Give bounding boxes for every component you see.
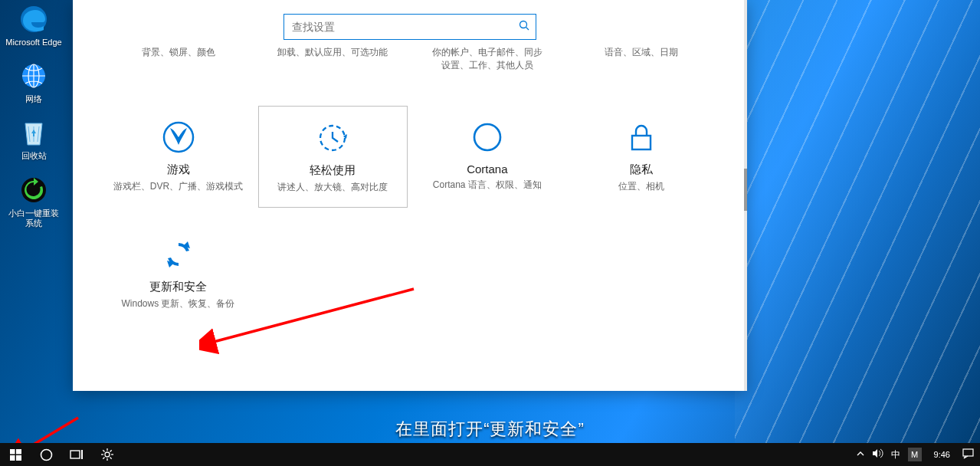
settings-tile-personalization[interactable]: 背景、锁屏、颜色 [103,46,253,83]
svg-line-27 [110,450,112,451]
svg-rect-14 [10,455,15,461]
desktop-icon-label: 小白一键重装系统 [5,208,63,228]
speaker-icon [872,448,883,458]
svg-rect-17 [70,451,80,458]
gear-icon [101,448,113,461]
chevron-up-icon [857,450,864,458]
desktop-icon-edge[interactable]: Microsoft Edge [5,3,63,48]
tile-desc: 讲述人、放大镜、高对比度 [277,181,388,194]
notification-icon [962,448,974,459]
tile-desc: 语音、区域、日期 [605,46,678,59]
tile-title: 更新和安全 [149,280,207,294]
settings-tile-apps[interactable]: 卸载、默认应用、可选功能 [258,46,408,83]
tile-title: 隐私 [630,162,653,177]
settings-window: 背景、锁屏、颜色 卸载、默认应用、可选功能 你的帐户、电子邮件、同步设置、工作、… [73,0,747,391]
tile-desc: 游戏栏、DVR、广播、游戏模式 [113,180,243,193]
desktop-icon-network[interactable]: 网络 [5,60,63,104]
tray-clock[interactable]: 9:46 [929,450,955,459]
desktop-icon-xiaobai[interactable]: 小白一键重装系统 [5,174,63,228]
settings-tile-time-language[interactable]: 语音、区域、日期 [567,46,716,83]
svg-rect-15 [16,455,21,461]
xbox-icon [161,120,196,155]
search-input[interactable] [292,21,528,33]
svg-line-25 [110,458,112,459]
edge-icon [18,3,50,35]
recycle-bin-icon [18,116,50,149]
reinstall-app-icon [18,174,50,206]
svg-line-24 [103,450,104,451]
tray-overflow-button[interactable] [857,449,864,460]
settings-search-box[interactable] [284,14,536,40]
tile-title: Cortana [467,162,507,176]
desktop-icon-recycle-bin[interactable]: 回收站 [5,116,63,161]
tile-desc: Windows 更新、恢复、备份 [121,297,234,310]
tray-ime-mode[interactable]: M [908,448,922,461]
svg-rect-12 [10,449,15,455]
search-icon [519,20,529,34]
settings-scrollbar-thumb[interactable] [744,169,747,211]
cortana-ring-icon [40,448,53,461]
tray-ime-language[interactable]: 中 [891,448,900,461]
task-view-button[interactable] [61,443,92,466]
svg-line-26 [103,458,104,459]
settings-row-partial: 背景、锁屏、颜色 卸载、默认应用、可选功能 你的帐户、电子邮件、同步设置、工作、… [103,46,716,83]
svg-rect-18 [81,450,83,459]
desktop-icon-label: 网络 [25,94,42,104]
network-icon [18,60,50,92]
settings-tile-update-security[interactable]: 更新和安全 Windows 更新、恢复、备份 [103,223,253,324]
settings-tile-gaming[interactable]: 游戏 游戏栏、DVR、广播、游戏模式 [103,106,253,208]
start-button[interactable] [0,443,31,466]
tile-desc: 位置、相机 [618,180,664,193]
desktop-icons-column: Microsoft Edge 网络 回收站 小白一键重装系统 [5,3,63,228]
settings-tile-ease-of-access[interactable]: 轻松使用 讲述人、放大镜、高对比度 [258,106,408,208]
windows-logo-icon [10,449,21,461]
tile-desc: Cortana 语言、权限、通知 [433,179,542,192]
svg-point-4 [520,21,527,28]
cortana-taskbar-button[interactable] [31,443,61,466]
tile-desc: 卸载、默认应用、可选功能 [277,46,388,59]
ease-of-access-icon [315,120,350,156]
settings-tile-accounts[interactable]: 你的帐户、电子邮件、同步设置、工作、其他人员 [412,46,562,83]
desktop-icon-label: 回收站 [21,151,47,161]
tutorial-caption: 在里面打开“更新和安全” [395,415,585,443]
svg-point-19 [105,452,110,457]
settings-tile-cortana[interactable]: Cortana Cortana 语言、权限、通知 [412,106,562,208]
system-tray: 中 M 9:46 [857,443,980,466]
svg-line-5 [526,28,529,31]
settings-tile-privacy[interactable]: 隐私 位置、相机 [567,106,716,208]
update-icon [161,237,196,272]
lock-icon [624,120,659,155]
tile-title: 游戏 [167,162,190,177]
tile-desc: 背景、锁屏、颜色 [142,46,215,59]
tray-volume-button[interactable] [872,448,883,461]
cortana-icon [470,120,505,155]
svg-rect-13 [16,449,21,455]
svg-point-8 [474,124,500,150]
svg-point-16 [41,449,51,460]
task-view-icon [70,449,84,460]
desktop-icon-label: Microsoft Edge [5,38,61,48]
tile-desc: 你的帐户、电子邮件、同步设置、工作、其他人员 [432,46,542,72]
svg-rect-28 [963,449,973,456]
taskbar: 中 M 9:46 [0,443,980,466]
tray-action-center-button[interactable] [962,448,974,461]
svg-rect-9 [632,136,651,149]
tile-title: 轻松使用 [310,163,356,178]
taskbar-app-settings[interactable] [92,443,123,466]
